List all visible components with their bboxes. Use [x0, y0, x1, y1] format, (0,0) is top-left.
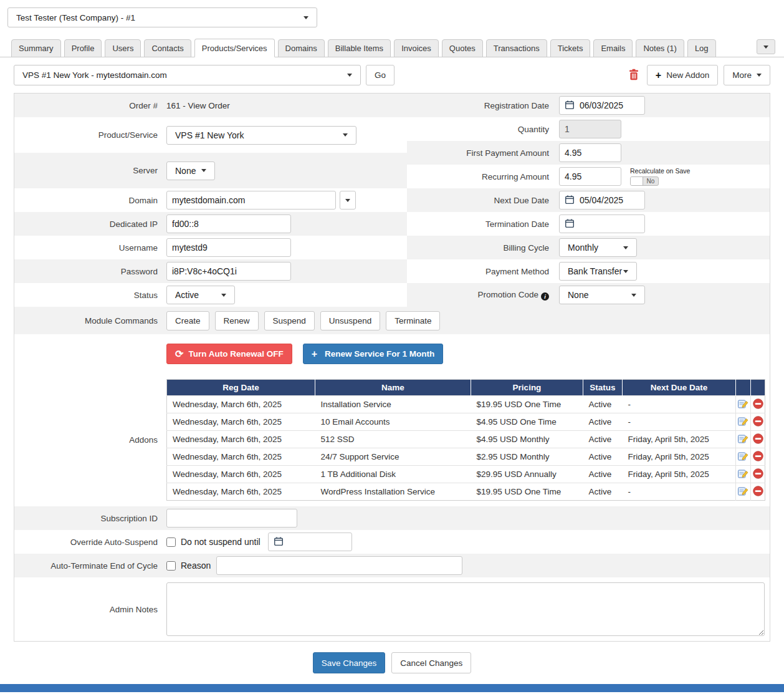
tab-billable-items[interactable]: Billable Items — [328, 39, 391, 57]
first-payment-row: First Payment Amount — [407, 141, 770, 165]
billing-cycle-label: Billing Cycle — [407, 243, 549, 253]
delete-product-icon-button[interactable] — [626, 69, 641, 82]
toggle-state-label: No — [643, 177, 658, 185]
tab-contacts[interactable]: Contacts — [144, 39, 191, 57]
service-selector[interactable]: VPS #1 New York - mytestdomain.com — [14, 65, 361, 85]
addons-header-row: Reg Date Name Pricing Status Next Due Da… — [167, 380, 765, 396]
tab-users[interactable]: Users — [105, 39, 141, 57]
addons-table-body: Wednesday, March 6th, 2025Installation S… — [167, 396, 765, 501]
addons-col-reg-date: Reg Date — [167, 380, 315, 396]
tab-profile[interactable]: Profile — [64, 39, 102, 57]
status-row: Status Active — [14, 283, 407, 307]
addons-col-pricing: Pricing — [471, 380, 583, 396]
recurring-amount-input[interactable] — [559, 167, 621, 186]
payment-method-select[interactable]: Bank Transfer — [559, 262, 637, 281]
dedicated-ip-label: Dedicated IP — [14, 219, 158, 229]
addon-status: Active — [583, 396, 623, 413]
addon-row: Wednesday, March 6th, 2025Installation S… — [167, 396, 765, 413]
recalculate-label: Recalculate on Save — [630, 167, 690, 175]
right-column: Registration Date 06/03/2025 Quantity Fi… — [407, 94, 770, 307]
tab-overflow-button[interactable] — [757, 39, 775, 54]
delete-addon-icon[interactable] — [751, 448, 765, 466]
delete-addon-icon[interactable] — [751, 431, 765, 448]
edit-addon-icon[interactable] — [736, 483, 751, 501]
subscription-id-input[interactable] — [166, 509, 297, 528]
go-button[interactable]: Go — [366, 65, 394, 85]
promotion-code-select[interactable]: None — [559, 286, 645, 304]
tab-list: SummaryProfileUsersContactsProducts/Serv… — [11, 39, 719, 57]
termination-date-picker[interactable] — [559, 214, 645, 233]
promotion-code-label-text: Promotion Code — [477, 290, 538, 299]
domain-input[interactable] — [166, 191, 336, 210]
billing-cycle-value: Monthly — [568, 243, 598, 253]
edit-addon-icon[interactable] — [736, 413, 751, 431]
promotion-code-value: None — [568, 290, 588, 300]
promotion-code-row: Promotion Codei None — [407, 283, 770, 307]
reason-input[interactable] — [216, 556, 462, 575]
tab-tickets[interactable]: Tickets — [550, 39, 591, 57]
auto-terminate-label: Auto-Terminate End of Cycle — [14, 561, 158, 571]
tab-emails[interactable]: Emails — [593, 39, 633, 57]
tab-invoices[interactable]: Invoices — [394, 39, 439, 57]
auto-terminate-checkbox[interactable] — [166, 561, 176, 571]
next-due-date-picker[interactable]: 05/04/2025 — [559, 191, 645, 210]
status-select[interactable]: Active — [166, 286, 235, 304]
new-addon-button[interactable]: + New Addon — [647, 65, 718, 85]
unsuspend-button[interactable]: Unsuspend — [320, 311, 380, 330]
tab-quotes[interactable]: Quotes — [442, 39, 483, 57]
recalculate-toggle[interactable]: No — [630, 176, 659, 186]
registration-date-picker[interactable]: 06/03/2025 — [559, 96, 645, 115]
renew-button[interactable]: Renew — [215, 311, 259, 330]
caret-down-icon — [631, 294, 636, 297]
client-selector[interactable]: Test Tester (Test Company) - #1 — [7, 7, 317, 27]
tab-products-services[interactable]: Products/Services — [194, 39, 275, 57]
addon-next-due: - — [623, 413, 736, 431]
tab-domains[interactable]: Domains — [278, 39, 325, 57]
dedicated-ip-input[interactable] — [166, 214, 291, 233]
registration-date-value: 06/03/2025 — [580, 100, 623, 110]
addons-label: Addons — [14, 435, 158, 445]
caret-down-icon — [221, 294, 226, 297]
username-label: Username — [14, 243, 158, 253]
product-service-select[interactable]: VPS #1 New York — [166, 126, 356, 145]
cancel-changes-button[interactable]: Cancel Changes — [391, 652, 471, 673]
turn-auto-renewal-off-button[interactable]: ⟳ Turn Auto Renewal OFF — [166, 344, 292, 364]
tab-summary[interactable]: Summary — [11, 39, 61, 57]
addon-row: Wednesday, March 6th, 202510 Email Accou… — [167, 413, 765, 431]
renew-service-button[interactable]: + Renew Service For 1 Month — [303, 344, 444, 364]
edit-addon-icon[interactable] — [736, 431, 751, 448]
override-auto-suspend-checkbox[interactable] — [166, 537, 176, 547]
registration-date-label: Registration Date — [407, 101, 549, 110]
delete-addon-icon[interactable] — [751, 466, 765, 483]
suspend-button[interactable]: Suspend — [264, 311, 315, 330]
suspend-until-date-picker[interactable] — [268, 533, 352, 551]
create-button[interactable]: Create — [166, 311, 209, 330]
admin-notes-textarea[interactable] — [166, 582, 765, 636]
delete-addon-icon[interactable] — [751, 483, 765, 501]
plus-icon: + — [656, 70, 661, 80]
password-input[interactable] — [166, 262, 291, 281]
addon-pricing: $4.95 USD Monthly — [471, 431, 583, 448]
edit-addon-icon[interactable] — [736, 466, 751, 483]
order-number-value[interactable]: 161 - View Order — [166, 101, 230, 110]
tab-notes-1[interactable]: Notes (1) — [636, 39, 684, 57]
edit-addon-icon[interactable] — [736, 396, 751, 413]
tab-log[interactable]: Log — [687, 39, 716, 57]
more-button[interactable]: More — [724, 65, 770, 85]
tab-transactions[interactable]: Transactions — [486, 39, 547, 57]
username-input[interactable] — [166, 238, 291, 257]
first-payment-input[interactable] — [559, 143, 621, 162]
save-changes-button[interactable]: Save Changes — [313, 652, 386, 673]
info-icon[interactable]: i — [541, 292, 549, 301]
terminate-button[interactable]: Terminate — [386, 311, 440, 330]
domain-dropdown-button[interactable] — [340, 191, 356, 210]
edit-addon-icon[interactable] — [736, 448, 751, 466]
delete-addon-icon[interactable] — [751, 396, 765, 413]
server-select[interactable]: None — [166, 161, 215, 180]
addon-name: 1 TB Additional Disk — [315, 466, 471, 483]
delete-addon-icon[interactable] — [751, 413, 765, 431]
addon-next-due: - — [623, 396, 736, 413]
billing-cycle-select[interactable]: Monthly — [559, 238, 637, 257]
admin-notes-label: Admin Notes — [14, 605, 158, 614]
next-due-date-label: Next Due Date — [407, 196, 549, 205]
